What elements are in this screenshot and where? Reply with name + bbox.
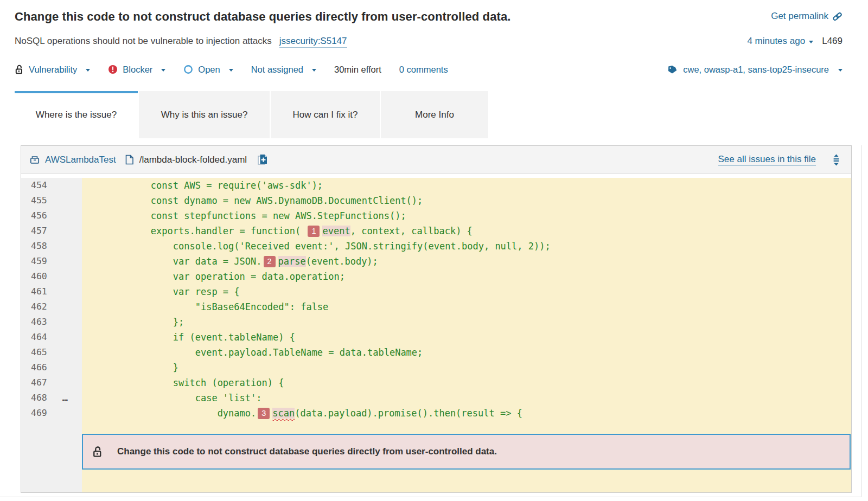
code-line: 457 exports.handler = function( 1event, …	[21, 223, 851, 239]
chevron-down-icon	[312, 69, 316, 74]
code-text: const dynamo = new AWS.DynamoDB.Document…	[84, 195, 423, 206]
issue-location-marker[interactable]: 1	[308, 226, 320, 237]
file-header-bar: AWSLambdaTest /lambda-block-folded.yaml	[21, 146, 851, 174]
expand-code-icon[interactable]	[831, 154, 841, 166]
tab-more-info[interactable]: More Info	[381, 91, 488, 138]
issue-detail-page: Change this code to not construct databa…	[0, 0, 868, 501]
line-number[interactable]: 457	[21, 223, 82, 239]
code-line: 456 const stepfunctions = new AWS.StepFu…	[21, 208, 851, 223]
issue-comments-link[interactable]: 0 comments	[399, 65, 448, 75]
get-permalink-link[interactable]: Get permalink	[771, 11, 843, 22]
code-text: const stepfunctions = new AWS.StepFuncti…	[84, 210, 406, 221]
see-all-issues-link[interactable]: See all issues in this file	[718, 154, 816, 166]
tab-label: More Info	[415, 110, 454, 120]
vulnerability-lock-icon	[92, 446, 103, 458]
chevron-down-icon	[161, 69, 165, 74]
tab-how-can-i-fix-it[interactable]: How can I fix it?	[271, 91, 380, 138]
line-number[interactable]: 462	[21, 299, 82, 314]
code-line: 461 var resp = {	[21, 284, 851, 299]
issue-location-marker[interactable]: 3	[258, 408, 270, 419]
line-number[interactable]: 458	[21, 239, 82, 254]
code-text: };	[84, 317, 184, 327]
line-number[interactable]: 461	[21, 284, 82, 299]
code-content: const AWS = require('aws-sdk');	[82, 178, 851, 193]
issue-subheader: NoSQL operations should not be vulnerabl…	[15, 36, 843, 48]
tag-icon	[667, 65, 678, 74]
code-content: var operation = data.operation;	[82, 269, 851, 284]
line-number[interactable]: 460	[21, 269, 82, 284]
line-number[interactable]: 459	[21, 254, 82, 269]
code-text: "isBase64Encoded": false	[84, 301, 328, 312]
code-line: 459 var data = JSON.2parse(event.body);	[21, 254, 851, 269]
code-line: 463 };	[21, 314, 851, 330]
code-snippet-panel: AWSLambdaTest /lambda-block-folded.yaml	[21, 145, 852, 493]
pin-file-icon[interactable]	[257, 153, 269, 166]
issue-type-dropdown[interactable]: Vulnerability	[15, 65, 90, 75]
tab-why-is-this-an-issue[interactable]: Why is this an issue?	[139, 91, 270, 138]
issue-title: Change this code to not construct databa…	[15, 10, 510, 24]
code-text: (data.payload).promise().then(result => …	[295, 408, 522, 419]
issue-tabs: Where is the issue? Why is this an issue…	[15, 91, 489, 138]
code-lines: 454 const AWS = require('aws-sdk');455 c…	[21, 178, 851, 421]
chevron-down-icon	[229, 69, 233, 74]
code-text: const AWS = require('aws-sdk');	[84, 180, 323, 191]
code-text: switch (operation) {	[84, 377, 284, 388]
project-link[interactable]: AWSLambdaTest	[45, 155, 116, 165]
code-content: var data = JSON.2parse(event.body);	[82, 254, 851, 269]
issue-status-dropdown[interactable]: Open	[183, 65, 233, 75]
chevron-down-icon	[86, 69, 90, 74]
code-content: exports.handler = function( 1event, cont…	[82, 223, 851, 239]
issue-tags-dropdown[interactable]: cwe, owasp-a1, sans-top25-insecure	[667, 65, 843, 75]
line-number[interactable]: 466	[21, 360, 82, 375]
line-number[interactable]: 469	[21, 406, 82, 421]
code-tail: Change this code to not construct databa…	[21, 421, 851, 492]
issue-assignee-dropdown[interactable]: Not assigned	[251, 65, 316, 75]
line-number[interactable]: 464	[21, 330, 82, 345]
code-line: 469 dynamo.3scan(data.payload).promise()…	[21, 406, 851, 421]
issue-location-highlight: scan	[272, 408, 295, 419]
code-content: "isBase64Encoded": false	[82, 299, 851, 314]
permalink-chain-icon	[832, 11, 843, 22]
issue-message-box[interactable]: Change this code to not construct databa…	[82, 434, 851, 470]
code-content: const stepfunctions = new AWS.StepFuncti…	[82, 208, 851, 223]
rule-key-link[interactable]: jssecurity:S5147	[279, 36, 347, 48]
line-number[interactable]: 456	[21, 208, 82, 223]
issue-location-marker[interactable]: 2	[264, 256, 276, 267]
issue-tags-label: cwe, owasp-a1, sans-top25-insecure	[683, 65, 829, 75]
code-content: dynamo.3scan(data.payload).promise().the…	[82, 406, 851, 421]
blocker-severity-icon	[108, 65, 118, 74]
code-content: var resp = {	[82, 284, 851, 299]
code-text: dynamo.	[84, 408, 256, 419]
folded-code-indicator[interactable]: …	[62, 390, 68, 406]
rule-description: NoSQL operations should not be vulnerabl…	[15, 36, 272, 47]
chevron-down-icon	[809, 41, 813, 46]
issue-age-dropdown[interactable]: 4 minutes ago	[747, 36, 813, 47]
code-text: event.payload.TableName = data.tableName…	[84, 347, 423, 358]
issue-severity-dropdown[interactable]: Blocker	[108, 65, 165, 75]
line-number[interactable]: 465	[21, 345, 82, 360]
issue-age-label: 4 minutes ago	[747, 36, 805, 47]
line-number[interactable]: 468…	[21, 390, 82, 406]
issue-location-highlight: parse	[278, 256, 306, 267]
code-content: event.payload.TableName = data.tableName…	[82, 345, 851, 360]
code-text: var operation = data.operation;	[84, 271, 345, 282]
line-number[interactable]: 455	[21, 193, 82, 208]
line-number[interactable]: 454	[21, 178, 82, 193]
line-number[interactable]: 463	[21, 314, 82, 330]
code-line: 465 event.payload.TableName = data.table…	[21, 345, 851, 360]
issue-location-highlight: event	[322, 226, 350, 236]
gutter-tail	[21, 421, 82, 492]
tab-where-is-the-issue[interactable]: Where is the issue?	[15, 91, 138, 138]
code-text: (event.body);	[306, 256, 378, 267]
chevron-down-icon	[838, 69, 843, 74]
code-content: if (event.tableName) {	[82, 330, 851, 345]
code-text: exports.handler = function(	[84, 226, 306, 236]
issue-severity-label: Blocker	[123, 65, 152, 75]
file-path: /lambda-block-folded.yaml	[139, 155, 247, 165]
code-line: 464 if (event.tableName) {	[21, 330, 851, 345]
line-number[interactable]: 467	[21, 375, 82, 390]
issue-line-reference: L469	[822, 36, 843, 47]
code-line: 466 }	[21, 360, 851, 375]
code-content: const dynamo = new AWS.DynamoDB.Document…	[82, 193, 851, 208]
code-line: 455 const dynamo = new AWS.DynamoDB.Docu…	[21, 193, 851, 208]
